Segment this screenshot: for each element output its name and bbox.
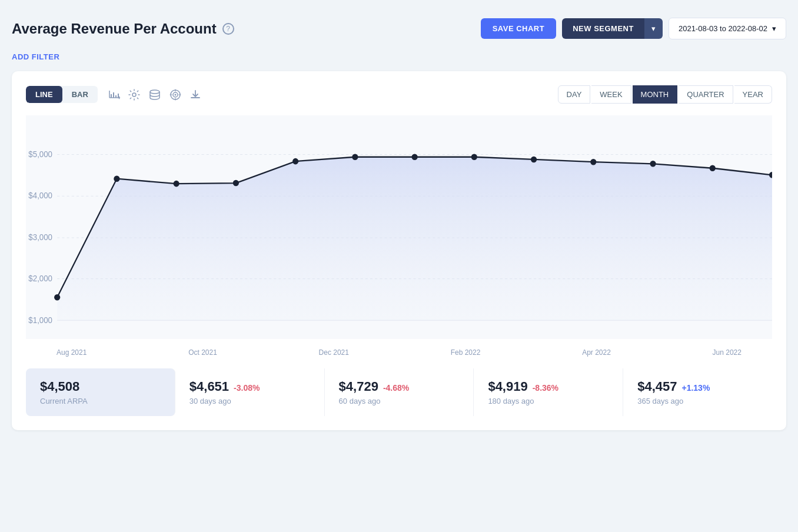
- target-icon[interactable]: [169, 89, 181, 101]
- chart-type-bar-button[interactable]: BAR: [62, 86, 98, 103]
- period-group: DAY WEEK MONTH QUARTER YEAR: [558, 85, 772, 104]
- segment-chevron-button[interactable]: ▾: [644, 18, 663, 39]
- svg-point-27: [233, 180, 239, 187]
- period-month-button[interactable]: MONTH: [633, 85, 678, 104]
- header: Average Revenue Per Account ? SAVE CHART…: [12, 12, 786, 49]
- period-day-button[interactable]: DAY: [558, 85, 591, 104]
- new-segment-button[interactable]: NEW SEGMENT: [562, 18, 644, 39]
- stat-change-365d: +1.13%: [681, 383, 710, 393]
- stat-value-current: $4,508: [40, 379, 161, 394]
- period-week-button[interactable]: WEEK: [591, 85, 631, 104]
- stat-value-365d: $4,457 +1.13%: [637, 379, 758, 394]
- svg-point-33: [590, 159, 596, 165]
- svg-point-32: [531, 157, 537, 163]
- stat-amount-30d: $4,651: [189, 379, 229, 394]
- stat-card-365d: $4,457 +1.13% 365 days ago: [623, 368, 772, 416]
- stat-change-60d: -4.68%: [383, 383, 409, 393]
- stat-amount-current: $4,508: [40, 379, 79, 394]
- svg-point-26: [174, 181, 179, 187]
- header-left: Average Revenue Per Account ?: [12, 21, 234, 37]
- stat-amount-60d: $4,729: [339, 379, 378, 394]
- svg-text:$5,000: $5,000: [28, 150, 52, 159]
- line-chart-svg: $5,000 $4,000 $3,000 $2,000 $1,000: [26, 115, 772, 339]
- header-right: SAVE CHART NEW SEGMENT ▾ 2021-08-03 to 2…: [481, 18, 786, 39]
- stat-amount-180d: $4,919: [488, 379, 527, 394]
- settings-icon[interactable]: [128, 89, 140, 101]
- stat-change-30d: -3.08%: [234, 383, 260, 393]
- toolbar-icons: [107, 89, 201, 101]
- chart-area: $5,000 $4,000 $3,000 $2,000 $1,000: [26, 115, 772, 339]
- svg-point-30: [411, 154, 417, 160]
- filter-bar: ADD FILTER: [12, 49, 786, 71]
- axes-icon[interactable]: [107, 89, 120, 100]
- x-label-jun2022: Jun 2022: [713, 348, 742, 357]
- period-quarter-button[interactable]: QUARTER: [679, 85, 733, 104]
- download-icon[interactable]: [189, 89, 201, 101]
- x-label-dec2021: Dec 2021: [319, 348, 349, 357]
- stat-value-30d: $4,651 -3.08%: [189, 379, 310, 394]
- stat-value-60d: $4,729 -4.68%: [339, 379, 460, 394]
- stat-card-60d: $4,729 -4.68% 60 days ago: [325, 368, 474, 416]
- x-label-oct2021: Oct 2021: [188, 348, 217, 357]
- stack-icon[interactable]: [148, 89, 161, 100]
- svg-point-11: [174, 94, 176, 95]
- svg-text:$4,000: $4,000: [28, 191, 52, 200]
- stat-change-180d: -8.36%: [533, 383, 558, 393]
- svg-point-24: [54, 294, 60, 301]
- stat-value-180d: $4,919 -8.36%: [488, 379, 609, 394]
- stat-label-30d: 30 days ago: [189, 397, 310, 405]
- chart-toolbar-left: LINE BAR: [26, 86, 201, 103]
- add-filter-button[interactable]: ADD FILTER: [12, 52, 59, 61]
- date-range-label: 2021-08-03 to 2022-08-02: [679, 24, 767, 33]
- stats-row: $4,508 Current ARPA $4,651 -3.08% 30 day…: [26, 368, 772, 416]
- svg-point-35: [710, 165, 716, 171]
- svg-point-28: [292, 158, 298, 165]
- stat-amount-365d: $4,457: [637, 379, 677, 394]
- chart-type-group: LINE BAR: [26, 86, 98, 103]
- page-title: Average Revenue Per Account: [12, 21, 217, 37]
- chart-toolbar: LINE BAR: [26, 85, 772, 104]
- svg-point-34: [650, 161, 656, 167]
- x-label-apr2022: Apr 2022: [582, 348, 611, 357]
- x-axis-labels: Aug 2021 Oct 2021 Dec 2021 Feb 2022 Apr …: [26, 345, 772, 357]
- help-icon[interactable]: ?: [222, 23, 234, 35]
- stat-card-180d: $4,919 -8.36% 180 days ago: [474, 368, 623, 416]
- svg-text:$2,000: $2,000: [28, 274, 52, 283]
- date-range-button[interactable]: 2021-08-03 to 2022-08-02 ▾: [669, 18, 786, 39]
- save-chart-button[interactable]: SAVE CHART: [481, 18, 557, 39]
- page-container: Average Revenue Per Account ? SAVE CHART…: [12, 12, 786, 430]
- chart-card: LINE BAR: [12, 71, 786, 430]
- svg-point-25: [114, 175, 119, 182]
- stat-label-60d: 60 days ago: [339, 397, 460, 405]
- stat-label-180d: 180 days ago: [488, 397, 609, 405]
- new-segment-group: NEW SEGMENT ▾: [562, 18, 663, 39]
- stat-card-30d: $4,651 -3.08% 30 days ago: [175, 368, 325, 416]
- stat-label-current: Current ARPA: [40, 397, 161, 405]
- svg-point-29: [352, 154, 358, 160]
- x-label-aug2021: Aug 2021: [56, 348, 87, 357]
- svg-text:$1,000: $1,000: [28, 315, 52, 324]
- chart-type-line-button[interactable]: LINE: [26, 86, 62, 103]
- stat-label-365d: 365 days ago: [637, 397, 758, 405]
- date-chevron-icon: ▾: [772, 24, 776, 33]
- x-label-feb2022: Feb 2022: [451, 348, 481, 357]
- svg-point-7: [132, 93, 136, 97]
- svg-point-8: [150, 90, 159, 94]
- period-year-button[interactable]: YEAR: [734, 85, 772, 104]
- svg-point-31: [471, 154, 477, 160]
- stat-card-current: $4,508 Current ARPA: [26, 368, 175, 416]
- svg-text:$3,000: $3,000: [28, 233, 52, 242]
